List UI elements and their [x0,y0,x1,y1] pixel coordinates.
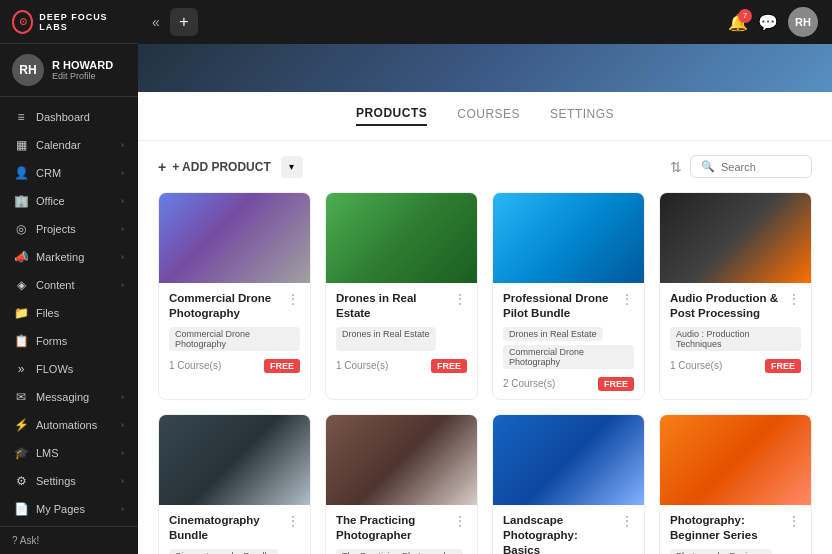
product-tag: The Practicing Photographer [336,549,463,554]
sidebar-item-calendar[interactable]: ▦ Calendar › [0,131,138,159]
chevron-right-icon: › [121,392,124,402]
help-button[interactable]: ? Ask! [12,535,126,546]
product-card[interactable]: Professional Drone Pilot Bundle ⋮ Drones… [492,192,645,400]
product-tags: Drones in Real Estate [336,327,467,351]
hero-banner [138,44,832,92]
chevron-right-icon: › [121,420,124,430]
files-icon: 📁 [14,306,28,320]
sidebar-item-crm[interactable]: 👤 CRM › [0,159,138,187]
sort-button[interactable]: ⇅ [670,159,682,175]
marketing-icon: 📣 [14,250,28,264]
chevron-right-icon: › [121,140,124,150]
nav-label: Marketing [36,251,84,263]
product-menu-button[interactable]: ⋮ [449,291,467,307]
dashboard-icon: ≡ [14,110,28,124]
sidebar-item-projects[interactable]: ◎ Projects › [0,215,138,243]
automations-icon: ⚡ [14,418,28,432]
product-title: Drones in Real Estate [336,291,449,321]
product-menu-button[interactable]: ⋮ [783,291,801,307]
product-tag: Drones in Real Estate [503,327,603,341]
add-product-dropdown[interactable]: ▾ [281,156,303,178]
nav-label: Office [36,195,65,207]
collapse-sidebar-button[interactable]: « [152,14,160,30]
chevron-right-icon: › [121,168,124,178]
sidebar: ⊙ DEEP FOCUS LABS RH R HOWARD Edit Profi… [0,0,138,554]
nav-label: Content [36,279,75,291]
product-tags: Cinematography Bundle [169,549,300,554]
chevron-right-icon: › [121,252,124,262]
add-button[interactable]: + [170,8,198,36]
projects-icon: ◎ [14,222,28,236]
sidebar-help: ? Ask! [0,526,138,554]
plus-icon: + [158,159,166,175]
nav-label: Calendar [36,139,81,151]
edit-profile-link[interactable]: Edit Profile [52,71,113,81]
product-title: Cinematography Bundle [169,513,282,543]
nav-label: Projects [36,223,76,235]
product-tag: Photography Beginner [670,549,772,554]
product-tag: Cinematography Bundle [169,549,278,554]
sidebar-item-lms[interactable]: 🎓 LMS › [0,439,138,467]
profile-name: R HOWARD [52,59,113,71]
product-card[interactable]: The Practicing Photographer ⋮ The Practi… [325,414,478,554]
sidebar-item-dashboard[interactable]: ≡ Dashboard [0,103,138,131]
sidebar-item-automations[interactable]: ⚡ Automations › [0,411,138,439]
sidebar-item-settings[interactable]: ⚙ Settings › [0,467,138,495]
products-section: + + ADD PRODUCT ▾ ⇅ 🔍 Comme [138,141,832,554]
sidebar-item-flows[interactable]: » FLOWs [0,355,138,383]
chevron-right-icon: › [121,504,124,514]
sidebar-item-messaging[interactable]: ✉ Messaging › [0,383,138,411]
content-icon: ◈ [14,278,28,292]
add-product-button[interactable]: + + ADD PRODUCT [158,159,271,175]
product-menu-button[interactable]: ⋮ [616,513,634,529]
tab-products[interactable]: PRODUCTS [356,106,427,126]
product-image [326,193,477,283]
product-card[interactable]: Commercial Drone Photography ⋮ Commercia… [158,192,311,400]
sidebar-item-forms[interactable]: 📋 Forms [0,327,138,355]
course-count: 1 Course(s) [169,360,221,371]
product-tags: Drones in Real EstateCommercial Drone Ph… [503,327,634,369]
nav-label: Dashboard [36,111,90,123]
chevron-right-icon: › [121,448,124,458]
nav-label: My Pages [36,503,85,515]
tab-settings[interactable]: SETTINGS [550,107,614,125]
tab-courses[interactable]: COURSES [457,107,520,125]
sidebar-item-files[interactable]: 📁 Files [0,299,138,327]
product-image [660,415,811,505]
course-count: 2 Course(s) [503,378,555,389]
messages-button[interactable]: 💬 [758,13,778,32]
product-title: Landscape Photography: Basics [503,513,616,554]
product-image [660,193,811,283]
product-menu-button[interactable]: ⋮ [282,291,300,307]
sidebar-item-office[interactable]: 🏢 Office › [0,187,138,215]
nav-label: CRM [36,167,61,179]
notifications-button[interactable]: 🔔 7 [728,13,748,32]
product-menu-button[interactable]: ⋮ [783,513,801,529]
content-area: PRODUCTSCOURSESSETTINGS + + ADD PRODUCT … [138,44,832,554]
sidebar-item-marketing[interactable]: 📣 Marketing › [0,243,138,271]
user-avatar[interactable]: RH [788,7,818,37]
product-menu-button[interactable]: ⋮ [616,291,634,307]
product-card[interactable]: Photography: Beginner Series ⋮ Photograp… [659,414,812,554]
logo-icon: ⊙ [12,10,33,34]
product-tags: Commercial Drone Photography [169,327,300,351]
nav-label: Forms [36,335,67,347]
product-menu-button[interactable]: ⋮ [449,513,467,529]
product-card[interactable]: Landscape Photography: Basics ⋮ Landscap… [492,414,645,554]
product-title: Audio Production & Post Processing [670,291,783,321]
product-image [493,415,644,505]
products-toolbar: + + ADD PRODUCT ▾ ⇅ 🔍 [158,155,812,178]
sidebar-item-my-pages[interactable]: 📄 My Pages › [0,495,138,523]
product-image [493,193,644,283]
product-menu-button[interactable]: ⋮ [282,513,300,529]
sidebar-item-content[interactable]: ◈ Content › [0,271,138,299]
product-tags: Photography Beginner [670,549,801,554]
product-card[interactable]: Cinematography Bundle ⋮ Cinematography B… [158,414,311,554]
notification-badge: 7 [738,9,752,23]
nav-label: LMS [36,447,59,459]
search-input[interactable] [721,161,801,173]
product-card[interactable]: Audio Production & Post Processing ⋮ Aud… [659,192,812,400]
settings-icon: ⚙ [14,474,28,488]
sidebar-profile[interactable]: RH R HOWARD Edit Profile [0,44,138,97]
product-card[interactable]: Drones in Real Estate ⋮ Drones in Real E… [325,192,478,400]
